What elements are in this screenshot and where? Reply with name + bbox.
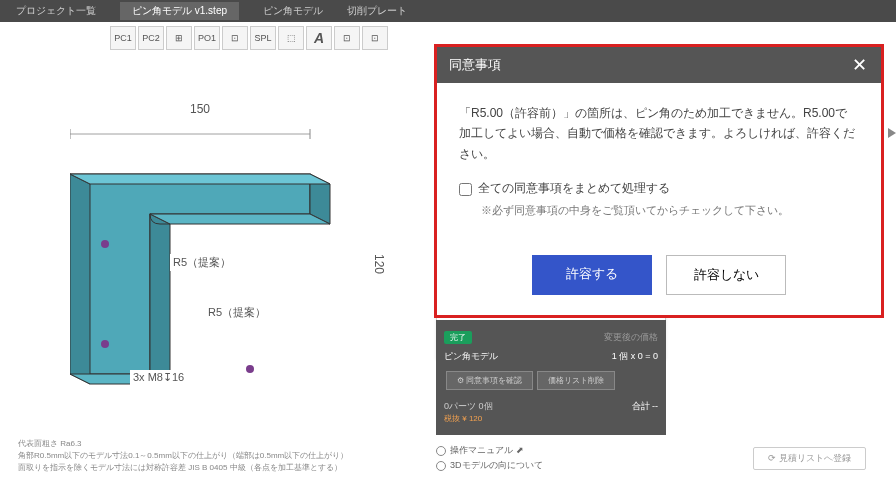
modal-note: ※必ず同意事項の中身をご覧頂いてからチェックして下さい。 (481, 201, 859, 220)
view-right-icon[interactable] (888, 128, 896, 138)
footnote-2: 角部R0.5mm以下のモデル寸法0.1～0.5mm以下の仕上がり（端部は0.5m… (18, 450, 348, 462)
tab-project-list[interactable]: プロジェクト一覧 (16, 4, 96, 18)
callout-r5-1: R5（提案） (170, 254, 234, 271)
tool-3[interactable]: ⊞ (166, 26, 192, 50)
tool-1[interactable]: PC1 (110, 26, 136, 50)
tool-5[interactable]: ⊡ (222, 26, 248, 50)
close-icon[interactable]: ✕ (849, 55, 869, 75)
svg-point-12 (246, 365, 254, 373)
modal-message: 「R5.00（許容前）」の箇所は、ピン角のため加工できません。R5.00で加工し… (459, 103, 859, 164)
callout-holes: 3x M8↧16 (130, 370, 187, 385)
tool-6[interactable]: SPL (250, 26, 276, 50)
circle-icon (436, 461, 446, 471)
svg-point-10 (101, 240, 109, 248)
tool-4[interactable]: PO1 (194, 26, 220, 50)
modal-check-label: 全ての同意事項をまとめて処理する (478, 181, 670, 195)
callout-r5-2: R5（提案） (205, 304, 269, 321)
consent-modal: 同意事項 ✕ 「R5.00（許容前）」の箇所は、ピン角のため加工できません。R5… (434, 44, 884, 318)
total: 合計 -- (632, 400, 659, 424)
subtotal: 税抜 ¥ 120 (444, 414, 482, 423)
tab-model-file[interactable]: ピン角モデル v1.step (120, 2, 239, 20)
review-consent-button[interactable]: ⚙ 同意事項を確認 (446, 371, 533, 390)
topbar: プロジェクト一覧 ピン角モデル v1.step ピン角モデル 切削プレート (0, 0, 896, 22)
tool-7[interactable]: ⬚ (278, 26, 304, 50)
accept-button[interactable]: 許容する (532, 255, 652, 295)
delete-price-button[interactable]: 価格リスト削除 (537, 371, 615, 390)
modal-title: 同意事項 (449, 56, 501, 74)
manual-link[interactable]: 操作マニュアル ⬈ (450, 445, 524, 455)
viewport-2d[interactable]: 150 120 R5（提案） R5（提案） 3x M8↧16 (0, 54, 430, 484)
orientation-link[interactable]: 3Dモデルの向について (450, 460, 543, 470)
tool-8[interactable]: A (306, 26, 332, 50)
status-badge: 完了 (444, 331, 472, 344)
svg-marker-9 (70, 174, 330, 184)
svg-point-11 (101, 340, 109, 348)
reject-button[interactable]: 許容しない (666, 255, 786, 295)
circle-icon (436, 446, 446, 456)
model-count: 1 個 x 0 = 0 (612, 350, 658, 363)
tool-9[interactable]: ⊡ (334, 26, 360, 50)
tool-10[interactable]: ⊡ (362, 26, 388, 50)
modal-batch-checkbox[interactable] (459, 183, 472, 196)
svg-marker-4 (70, 174, 90, 384)
parts-count: 0パーツ 0個 (444, 401, 493, 411)
tab-plate[interactable]: 切削プレート (347, 4, 407, 18)
model-name: ピン角モデル (444, 350, 498, 363)
footnote-3: 面取りを指示を除くモデル寸法には対称許容差 JIS B 0405 中級（各点を加… (18, 462, 348, 474)
meta-links: 操作マニュアル ⬈ 3Dモデルの向について (436, 442, 543, 474)
tool-2[interactable]: PC2 (138, 26, 164, 50)
summary-panel: 完了変更後の価格 ピン角モデル1 個 x 0 = 0 ⚙ 同意事項を確認価格リス… (436, 320, 666, 435)
svg-marker-8 (150, 214, 330, 224)
footnote-1: 代表面粗さ Ra6.3 (18, 438, 348, 450)
tab-model[interactable]: ピン角モデル (263, 4, 323, 18)
footnotes: 代表面粗さ Ra6.3 角部R0.5mm以下のモデル寸法0.1～0.5mm以下の… (18, 438, 348, 474)
svg-marker-6 (150, 214, 170, 384)
register-estimate-button[interactable]: ⟳ 見積リストへ登録 (753, 447, 866, 470)
dim-height: 120 (372, 254, 386, 274)
